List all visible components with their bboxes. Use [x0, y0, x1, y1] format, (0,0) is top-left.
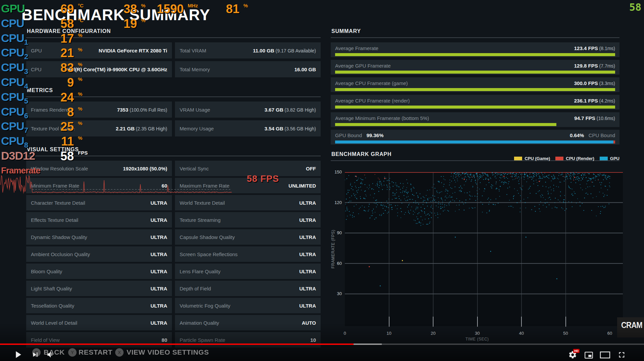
- osd-unit: %: [141, 17, 145, 23]
- setting-label: World Texture Detail: [180, 200, 225, 206]
- setting-note: (3.82 GB High): [283, 107, 316, 113]
- osd-unit: %: [78, 62, 82, 67]
- y-tick-label: 120: [322, 200, 342, 205]
- osd-value: 81: [152, 2, 239, 16]
- setting-value: 16.00 GB: [294, 67, 316, 72]
- setting-value: ULTRA: [150, 251, 167, 257]
- setting-value: 2.21 GB (2.35 GB High): [116, 126, 167, 131]
- osd-unit: %: [78, 120, 82, 126]
- setting-row: World Level of DetailULTRAAnimation Qual…: [26, 315, 321, 330]
- volume-icon[interactable]: [46, 350, 55, 360]
- setting-cell: Ambient Occlusion QualityULTRA: [26, 246, 172, 262]
- theater-mode-icon[interactable]: [600, 351, 610, 360]
- setting-cell: Tessellation QualityULTRA: [26, 298, 172, 313]
- osd-value: 83: [0, 61, 74, 75]
- setting-label: Particle Spawn Rate: [180, 337, 225, 343]
- summary-bar: [335, 88, 615, 91]
- cpu-bound-bar-fill: [613, 141, 615, 144]
- setting-value: 11.00 GB (9.17 GB Available): [253, 48, 316, 53]
- osd-unit: %: [78, 135, 82, 141]
- osd-value: 8: [0, 105, 74, 119]
- setting-cell: Animation QualityAUTO: [175, 315, 321, 330]
- setting-value: ULTRA: [299, 286, 316, 291]
- setting-value: ULTRA: [299, 269, 316, 274]
- setting-row: Tessellation QualityULTRAVolumetric Fog …: [26, 298, 321, 313]
- setting-row: Bloom QualityULTRALens Flare QualityULTR…: [26, 264, 321, 279]
- setting-value: ULTRA: [299, 303, 316, 309]
- summary-value: 300.0 FPS (3.3ms): [574, 80, 615, 86]
- gpu-bound-bar-fill: [335, 141, 613, 144]
- setting-value: NVIDIA GeForce RTX 2080 Ti: [99, 48, 167, 53]
- summary-label: Average CPU Framerate (game): [335, 80, 408, 86]
- setting-cell: Capsule Shadow QualityULTRA: [175, 229, 321, 245]
- setting-cell: VRAM Usage3.67 GB (3.82 GB High): [175, 102, 321, 118]
- setting-label: Total Memory: [180, 67, 210, 72]
- legend-item: GPU: [600, 156, 619, 161]
- summary-row: Average CPU Framerate (game)300.0 FPS (3…: [331, 77, 619, 92]
- fullscreen-icon[interactable]: [617, 350, 626, 361]
- setting-value: ULTRA: [299, 200, 316, 206]
- setting-value: ULTRA: [150, 269, 167, 274]
- summary-line: Average Framerate123.4 FPS (8.1ms): [335, 44, 615, 52]
- legend-swatch: [555, 157, 563, 160]
- progress-buffered: [354, 344, 382, 345]
- next-button[interactable]: [31, 350, 40, 360]
- summary-bar: [335, 106, 615, 109]
- osd-unit: %: [78, 91, 82, 97]
- setting-value: ULTRA: [299, 234, 316, 240]
- progress-played: [0, 344, 354, 345]
- setting-cell: Dynamic Shadow QualityULTRA: [26, 229, 172, 245]
- setting-row: Effects Texture DetailULTRATexture Strea…: [26, 212, 321, 228]
- x-axis-tick: [477, 317, 478, 327]
- x-axis-tick: [389, 317, 389, 327]
- fps-counter-overlay: 58 FPS: [247, 174, 279, 184]
- summary-line: Average CPU Framerate (game)300.0 FPS (3…: [335, 79, 615, 87]
- setting-label: Depth of Field: [180, 286, 211, 291]
- legend-item: CPU (Render): [555, 156, 594, 161]
- setting-value: 80: [162, 337, 167, 343]
- y-axis-label: FRAMERATE (FPS): [331, 222, 335, 276]
- video-frame: BENCHMARK SUMMARY HARDWARE CONFIGURATION…: [0, 0, 644, 361]
- setting-note: (3.56 GB High): [283, 126, 316, 131]
- watermark: CRAM: [621, 320, 640, 330]
- osd-value: 11: [0, 134, 74, 149]
- summary-bar: [335, 71, 615, 74]
- osd-unit: %: [78, 106, 82, 112]
- gpu-bound-label: GPU Bound: [335, 132, 362, 138]
- setting-label: Animation Quality: [180, 320, 219, 326]
- legend-label: CPU (Render): [566, 156, 594, 161]
- summary-value: 94.7 FPS (10.6ms): [574, 115, 615, 121]
- setting-value: UNLIMITED: [288, 183, 316, 189]
- setting-row: Ambient Occlusion QualityULTRAScreen Spa…: [26, 246, 321, 262]
- setting-label: Volumetric Fog Quality: [180, 303, 230, 309]
- play-button[interactable]: [12, 349, 24, 361]
- summary-note: (8.1ms): [598, 46, 615, 51]
- miniplayer-icon[interactable]: [584, 351, 593, 361]
- setting-cell: Total VRAM11.00 GB (9.17 GB Available): [175, 42, 321, 58]
- setting-value: ULTRA: [150, 320, 167, 326]
- osd-unit: FPS: [78, 150, 88, 156]
- osd-value: 58: [0, 149, 74, 163]
- bound-bar: [335, 141, 615, 144]
- summary-bar: [335, 123, 615, 126]
- setting-label: Capsule Shadow Quality: [180, 234, 235, 240]
- setting-label: Effects Texture Detail: [31, 217, 78, 223]
- corner-fps-counter: 58: [629, 1, 641, 13]
- setting-label: Vertical Sync: [180, 166, 209, 171]
- summary-line: Average Minimum Framerate (bottom 5%)94.…: [335, 114, 615, 122]
- hd-quality-badge: HD: [573, 349, 580, 353]
- cpu-bound-value: 0.64%: [570, 132, 584, 138]
- video-progress-bar[interactable]: [0, 344, 644, 345]
- osd-value: 9: [0, 76, 74, 90]
- setting-cell: Light Shaft QualityULTRA: [26, 281, 172, 296]
- setting-value: 1920x1080 (50.0%): [123, 166, 167, 171]
- x-tick-label: 20: [426, 331, 440, 336]
- y-tick-label: 30: [322, 291, 342, 296]
- bound-left: GPU Bound 99.36%: [335, 132, 383, 138]
- setting-label: Light Shaft Quality: [31, 286, 72, 291]
- legend-swatch: [600, 157, 608, 160]
- summary-label: Average Minimum Framerate (bottom 5%): [335, 115, 429, 121]
- setting-label: Total VRAM: [180, 48, 206, 53]
- setting-row: Dynamic Shadow QualityULTRACapsule Shado…: [26, 229, 321, 245]
- osd-unit: %: [78, 32, 82, 38]
